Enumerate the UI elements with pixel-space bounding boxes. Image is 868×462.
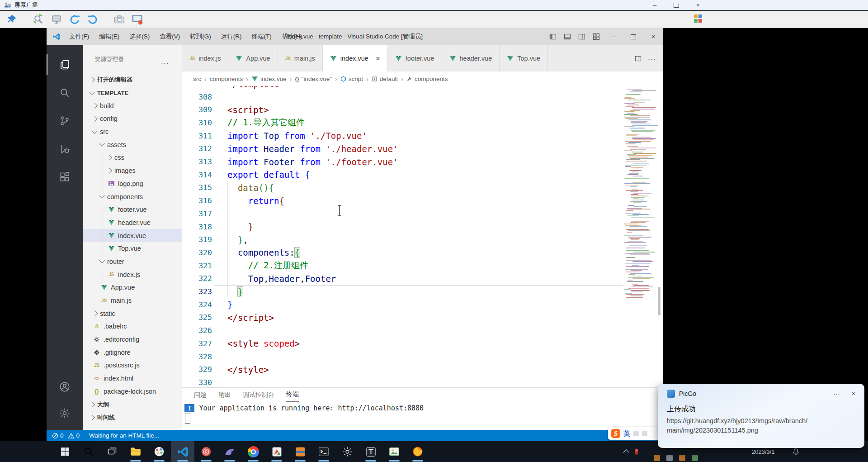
color-grid-icon[interactable] — [693, 14, 703, 23]
menu-运行R[interactable]: 运行(R) — [216, 28, 247, 45]
sogou-tool-icon[interactable] — [633, 431, 639, 436]
tree-item-index.js[interactable]: JSindex.js — [83, 268, 182, 281]
redo-button[interactable] — [85, 12, 100, 27]
editor-scrollbar-thumb[interactable] — [658, 287, 660, 315]
tab-header.vue[interactable]: header.vue — [442, 45, 500, 71]
tree-item-config[interactable]: config — [83, 112, 182, 125]
tree-item-.postcssrc.js[interactable]: JS.postcssrc.js — [83, 359, 182, 372]
activity-search[interactable] — [47, 79, 83, 107]
activity-run-debug[interactable] — [47, 135, 83, 163]
menu-查看V[interactable]: 查看(V) — [155, 28, 185, 45]
undo-button[interactable] — [67, 12, 82, 27]
activity-explorer[interactable] — [47, 51, 83, 79]
tab-index.js[interactable]: JSindex.js — [182, 45, 228, 71]
tab-Top.vue[interactable]: Top.vue — [500, 45, 548, 71]
tray-red-app-icon[interactable] — [633, 448, 640, 455]
tree-item-static[interactable]: static — [83, 307, 182, 320]
tree-item-index.html[interactable]: <>index.html — [83, 372, 182, 385]
vscode-maximize-button[interactable] — [623, 28, 643, 45]
tree-item-.editorconfig[interactable]: .editorconfig — [83, 333, 182, 346]
activity-account[interactable] — [47, 374, 83, 400]
menu-选择S[interactable]: 选择(S) — [124, 28, 155, 45]
broadcast-close-button[interactable]: × — [687, 0, 709, 10]
taskbar-paint[interactable] — [147, 441, 171, 462]
tree-item-components[interactable]: components — [83, 190, 182, 203]
tree-item-main.js[interactable]: JSmain.js — [83, 294, 182, 307]
camera-button[interactable] — [112, 12, 127, 27]
menu-文件F[interactable]: 文件(F) — [64, 28, 94, 45]
taskbar-settings[interactable] — [335, 441, 359, 462]
tree-item-App.vue[interactable]: App.vue — [83, 281, 182, 294]
explorer-more-actions-button[interactable]: ··· — [161, 59, 169, 67]
taskbar-search[interactable] — [77, 441, 100, 462]
breadcrumb-item-index.vue[interactable]: index.vue — [251, 76, 287, 82]
picgo-notification[interactable]: PicGo ··· × 上传成功 https://git.huangdf.xyz… — [658, 384, 864, 448]
taskbar-firefox[interactable] — [406, 441, 429, 462]
split-editor-icon[interactable] — [635, 55, 642, 62]
tree-item-assets[interactable]: assets — [83, 138, 182, 151]
taskbar-typora[interactable] — [359, 441, 382, 462]
activity-extensions[interactable] — [47, 163, 83, 191]
taskbar-image-viewer[interactable] — [382, 441, 406, 462]
tab-index.vue[interactable]: index.vue× — [323, 45, 388, 71]
vscode-close-button[interactable]: × — [643, 28, 663, 45]
tree-item-logo.png[interactable]: logo.png — [83, 177, 182, 191]
tab-App.vue[interactable]: App.vue — [228, 45, 278, 71]
sogou-keyboard-icon[interactable] — [642, 431, 647, 436]
activity-source-control[interactable] — [47, 107, 83, 135]
taskbar-orange-cube-app[interactable] — [288, 441, 312, 462]
taskbar-vscode[interactable] — [171, 441, 194, 462]
breadcrumb-item-src[interactable]: src — [193, 76, 201, 82]
tree-item-index.vue[interactable]: index.vue — [83, 229, 182, 242]
sogou-input-bar[interactable]: S 英 — [608, 427, 661, 440]
layout-sidebar-icon[interactable] — [549, 33, 557, 40]
monitor-button[interactable] — [49, 12, 64, 27]
picgo-close-button[interactable]: × — [852, 390, 855, 397]
tray-expand-icon[interactable] — [623, 449, 629, 456]
input-language-indicator[interactable]: 英 — [623, 429, 630, 438]
broadcast-maximize-button[interactable] — [665, 0, 687, 10]
taskbar-file-explorer[interactable] — [124, 441, 147, 462]
panel-tab-调试控制台[interactable]: 调试控制台 — [243, 388, 274, 402]
picgo-more-button[interactable]: ··· — [834, 390, 840, 397]
taskbar-snail-app[interactable] — [194, 441, 218, 462]
activity-settings[interactable] — [47, 400, 83, 426]
layout-sidebar-right-icon[interactable] — [578, 33, 585, 40]
section-大纲[interactable]: 大纲 — [83, 398, 182, 411]
tray-hidden-icons[interactable] — [654, 455, 698, 461]
tree-item-package-lock.json[interactable]: {}package-lock.json — [83, 385, 182, 398]
tree-item-router[interactable]: router — [83, 255, 182, 268]
minimap[interactable] — [624, 87, 656, 386]
breadcrumb-item-components[interactable]: components — [210, 76, 243, 82]
tree-item-images[interactable]: images — [83, 164, 182, 177]
code-editor[interactable]: 307</template>308309<script>310// 1.导入其它… — [182, 86, 663, 387]
breadcrumb-item-default[interactable]: default — [372, 76, 398, 82]
vscode-minimize-button[interactable]: ─ — [604, 28, 623, 45]
menu-转到G[interactable]: 转到(G) — [185, 28, 216, 45]
menu-终端T[interactable]: 终端(T) — [247, 28, 277, 45]
panel-tab-输出[interactable]: 输出 — [218, 388, 231, 402]
tree-item-Top.vue[interactable]: Top.vue — [83, 242, 182, 255]
tree-item-.gitignore[interactable]: .gitignore — [83, 346, 182, 359]
broadcast-minimize-button[interactable]: ─ — [644, 0, 665, 10]
zoom-capture-button[interactable] — [31, 12, 46, 27]
tab-footer.vue[interactable]: footer.vue — [388, 45, 442, 71]
section-workspace[interactable]: TEMPLATE — [83, 86, 182, 100]
menu-编辑E[interactable]: 编辑(E) — [94, 28, 124, 45]
tree-item-src[interactable]: src — [83, 125, 182, 138]
pin-button[interactable] — [5, 12, 19, 27]
panel-tab-问题[interactable]: 问题 — [194, 388, 207, 402]
breadcrumb-item-index.vue[interactable]: {}"index.vue" — [295, 76, 332, 82]
taskbar-chrome[interactable] — [241, 441, 265, 462]
screen-share-button[interactable] — [130, 12, 145, 27]
panel-tab-终端[interactable]: 终端 — [286, 388, 299, 402]
breadcrumb-item-script[interactable]: script — [340, 76, 363, 82]
tree-item-footer.vue[interactable]: footer.vue — [83, 203, 182, 216]
tree-item-css[interactable]: css — [83, 151, 182, 164]
more-actions-icon[interactable]: ··· — [648, 55, 656, 62]
taskbar-terminal[interactable] — [312, 441, 335, 462]
breadcrumb-item-components[interactable]: components — [406, 76, 448, 82]
tab-close-icon[interactable]: × — [376, 55, 380, 62]
taskbar-task-view[interactable] — [100, 441, 124, 462]
section-open-editors[interactable]: 打开的编辑器 — [83, 73, 182, 86]
